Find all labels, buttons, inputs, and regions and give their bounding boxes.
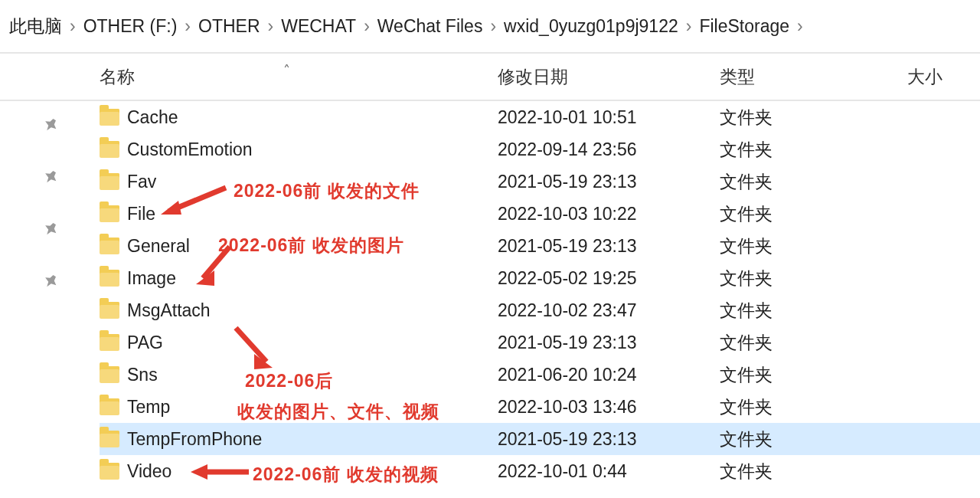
cell-name: General [100,236,498,257]
cell-date: 2022-10-03 13:46 [498,397,720,418]
file-name: PAG [127,333,163,353]
folder-icon [100,238,119,254]
folder-icon [100,398,119,415]
table-row[interactable]: Fav2021-05-19 23:13文件夹 [100,165,980,198]
crumb-drive-f[interactable]: OTHER (F:) [83,16,178,37]
table-row[interactable]: Image2022-05-02 19:25文件夹 [100,262,980,294]
cell-name: CustomEmotion [100,139,498,160]
cell-type: 文件夹 [720,234,907,258]
chevron-right-icon: › [185,16,191,37]
file-name: Sns [127,365,158,385]
cell-date: 2022-10-01 10:51 [498,107,720,128]
chevron-right-icon: › [364,16,370,37]
column-header-size[interactable]: 大小 [907,65,980,89]
cell-name: MsgAttach [100,300,498,321]
folder-icon [100,366,119,383]
table-row[interactable]: PAG2021-05-19 23:13文件夹 [100,326,980,359]
folder-icon [100,431,119,447]
column-headers: 名称 ˄ 修改日期 类型 大小 [0,54,980,101]
cell-type: 文件夹 [720,460,907,483]
chevron-right-icon: › [797,16,803,37]
file-name: Cache [127,107,178,128]
pin-icon[interactable] [40,116,60,141]
pin-icon[interactable] [40,169,60,193]
chevron-right-icon: › [490,16,496,37]
cell-date: 2021-06-20 10:24 [498,365,720,385]
cell-type: 文件夹 [720,363,907,387]
column-header-name[interactable]: 名称 ˄ [100,65,498,89]
cell-type: 文件夹 [720,170,907,194]
cell-type: 文件夹 [720,331,907,355]
cell-name: Cache [100,107,498,128]
cell-name: Sns [100,365,498,385]
file-name: CustomEmotion [127,139,253,160]
cell-name: Image [100,268,498,289]
crumb-wechat[interactable]: WECHAT [281,16,356,37]
chevron-right-icon: › [268,16,274,37]
file-list-body: Cache2022-10-01 10:51文件夹CustomEmotion202… [0,101,980,498]
file-name: TempFromPhone [127,429,262,450]
cell-date: 2021-05-19 23:13 [498,333,720,353]
cell-date: 2022-09-14 23:56 [498,139,720,160]
column-header-name-label: 名称 [100,67,135,87]
pin-icon[interactable] [40,273,60,297]
cell-date: 2022-10-03 10:22 [498,204,720,224]
cell-name: TempFromPhone [100,429,498,450]
folder-icon [100,334,119,351]
folder-icon [100,270,119,287]
cell-type: 文件夹 [720,428,907,451]
file-listing: Cache2022-10-01 10:51文件夹CustomEmotion202… [100,101,980,498]
chevron-right-icon: › [70,16,76,37]
cell-date: 2021-05-19 23:13 [498,429,720,450]
column-header-type[interactable]: 类型 [720,65,907,89]
file-name: Fav [127,172,156,192]
file-name: Video [127,461,172,482]
file-name: Image [127,268,176,289]
crumb-this-pc[interactable]: 此电脑 [9,15,62,38]
table-row[interactable]: Temp2022-10-03 13:46文件夹 [100,391,980,423]
table-row[interactable]: Sns2021-06-20 10:24文件夹 [100,359,980,391]
folder-icon [100,109,119,126]
folder-icon [100,302,119,319]
folder-icon [100,173,119,190]
crumb-wechat-files[interactable]: WeChat Files [377,16,483,37]
folder-icon [100,205,119,222]
cell-name: Video [100,461,498,482]
file-name: MsgAttach [127,300,211,321]
crumb-filestorage[interactable]: FileStorage [699,16,789,37]
chevron-right-icon: › [686,16,692,37]
table-row[interactable]: Video2022-10-01 0:44文件夹 [100,455,980,487]
table-row[interactable]: File2022-10-03 10:22文件夹 [100,198,980,230]
table-row[interactable]: General2021-05-19 23:13文件夹 [100,230,980,262]
sort-arrow-up-icon: ˄ [283,62,290,79]
file-name: General [127,236,190,257]
crumb-wxid[interactable]: wxid_0yuzg01p9j9122 [504,16,678,37]
table-row[interactable]: TempFromPhone2021-05-19 23:13文件夹 [100,423,980,455]
cell-date: 2021-05-19 23:13 [498,172,720,192]
cell-name: PAG [100,333,498,353]
cell-type: 文件夹 [720,299,907,323]
cell-date: 2022-05-02 19:25 [498,268,720,289]
table-row[interactable]: CustomEmotion2022-09-14 23:56文件夹 [100,133,980,165]
cell-type: 文件夹 [720,138,907,162]
pin-icon[interactable] [40,221,60,245]
cell-type: 文件夹 [720,202,907,226]
cell-name: File [100,204,498,224]
quick-access-gutter [0,101,100,498]
cell-type: 文件夹 [720,106,907,129]
cell-name: Fav [100,172,498,192]
table-row[interactable]: MsgAttach2022-10-02 23:47文件夹 [100,294,980,326]
cell-date: 2022-10-01 0:44 [498,461,720,482]
breadcrumb: 此电脑 › OTHER (F:) › OTHER › WECHAT › WeCh… [0,0,980,54]
file-name: Temp [127,397,170,418]
cell-name: Temp [100,397,498,418]
table-row[interactable]: Cache2022-10-01 10:51文件夹 [100,101,980,133]
column-header-date[interactable]: 修改日期 [498,65,720,89]
cell-type: 文件夹 [720,395,907,419]
crumb-other[interactable]: OTHER [198,16,260,37]
cell-type: 文件夹 [720,267,907,290]
file-name: File [127,204,155,224]
folder-icon [100,463,119,480]
cell-date: 2022-10-02 23:47 [498,300,720,321]
cell-date: 2021-05-19 23:13 [498,236,720,257]
